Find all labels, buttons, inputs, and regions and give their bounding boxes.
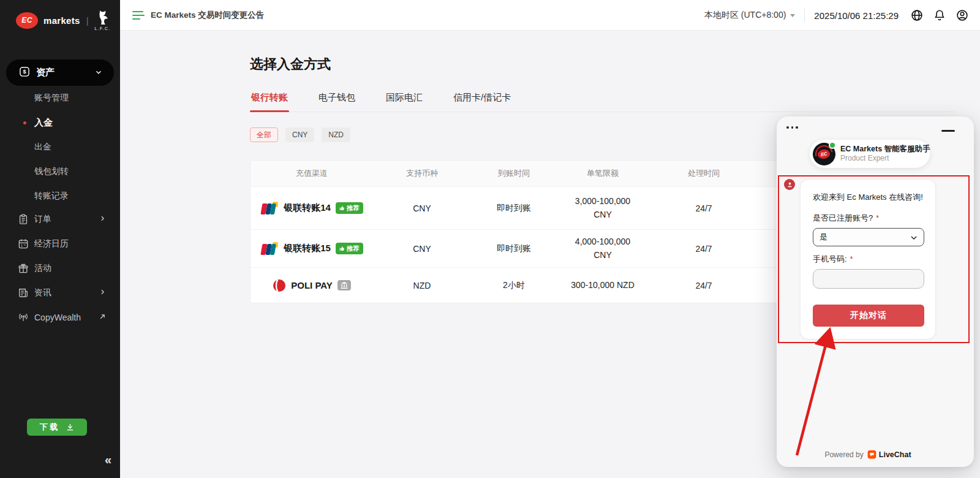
download-button[interactable]: 下载: [27, 419, 87, 436]
sidebar-submenu: 账号管理 入金 出金 钱包划转 转账记录: [0, 86, 120, 208]
chevron-right-icon: [99, 214, 107, 224]
recommended-badge: 推荐: [336, 243, 363, 254]
chat-minimize-button[interactable]: [941, 130, 955, 132]
thumb-up-icon: [339, 246, 345, 251]
sidebar-item-transfer-records[interactable]: 转账记录: [0, 184, 120, 208]
hours-value: 24/7: [649, 203, 759, 213]
powered-by-label: Powered by: [824, 450, 863, 459]
limit-value: 300-10,000 NZD: [567, 279, 638, 292]
gift-icon: [17, 262, 29, 276]
chevron-right-icon: [99, 288, 107, 298]
sidebar-group-assets[interactable]: $ 资产: [6, 59, 114, 86]
app: EC markets | L.F.C. $ 资产: [0, 0, 980, 478]
unionpay-logo: [260, 242, 279, 256]
sidebar-item-copywealth[interactable]: CopyWealth: [0, 305, 120, 330]
tab-e-wallet[interactable]: 电子钱包: [317, 87, 356, 112]
svg-text:$: $: [23, 69, 26, 75]
arrival-value: 即时到账: [471, 243, 557, 254]
filter-cny[interactable]: CNY: [285, 127, 314, 142]
filter-all[interactable]: 全部: [250, 127, 278, 142]
deposit-method-tabs: 银行转账 电子钱包 国际电汇 信用卡/借记卡: [250, 87, 954, 112]
caret-down-icon: [790, 14, 795, 17]
registered-question-label: 是否已注册账号?*: [813, 213, 923, 224]
header-limit: 单笔限额: [557, 168, 649, 179]
brand-logo: EC markets | L.F.C.: [0, 0, 120, 40]
hours-value: 24/7: [649, 281, 759, 290]
sidebar-item-economic-calendar[interactable]: 经济日历: [0, 232, 120, 256]
sidebar-item-deposit[interactable]: 入金: [0, 110, 120, 135]
agent-card: EC EC Markets 智能客服助手 Product Expert: [810, 140, 930, 168]
channel-name: 银联转账14: [284, 202, 331, 214]
announcement-text[interactable]: EC Markets 交易时间变更公告: [151, 10, 264, 21]
phone-input[interactable]: [813, 269, 924, 289]
download-icon: [66, 423, 75, 432]
bot-avatar-icon: [784, 179, 795, 190]
filter-nzd[interactable]: NZD: [322, 127, 350, 142]
unionpay-logo: [260, 202, 279, 215]
page-title: 选择入金方式: [250, 55, 954, 74]
currency-value: CNY: [373, 244, 471, 254]
sidebar: EC markets | L.F.C. $ 资产: [0, 0, 120, 478]
chat-footer: Powered by LiveChat: [777, 450, 959, 459]
agent-avatar: EC: [813, 143, 835, 165]
poli-logo: [273, 279, 286, 292]
arrival-value: 即时到账: [471, 203, 557, 214]
lfc-logo: L.F.C.: [95, 10, 111, 31]
active-dot: [23, 121, 26, 124]
brand-markets-label: markets: [43, 15, 80, 26]
broadcast-icon: [17, 311, 29, 325]
sidebar-item-withdraw[interactable]: 出金: [0, 135, 120, 159]
header-processing-time: 处理时间: [649, 168, 759, 179]
sidebar-item-account-management[interactable]: 账号管理: [0, 86, 120, 110]
news-icon: [17, 287, 29, 301]
chat-menu-button[interactable]: [786, 126, 798, 129]
currency-value: CNY: [373, 203, 471, 213]
phone-label: 手机号码:*: [813, 254, 923, 265]
sidebar-item-news[interactable]: 资讯: [0, 281, 120, 305]
currency-value: NZD: [373, 281, 471, 290]
header-channel: 充值渠道: [251, 168, 373, 179]
agent-role: Product Expert: [840, 154, 930, 163]
start-chat-button[interactable]: 开始对话: [813, 305, 924, 327]
sidebar-item-wallet-transfer[interactable]: 钱包划转: [0, 159, 120, 184]
tab-credit-debit-card[interactable]: 信用卡/借记卡: [452, 87, 512, 112]
required-asterisk: *: [876, 214, 879, 222]
sidebar-item-orders[interactable]: 订单: [0, 207, 120, 232]
header-currency: 支持币种: [373, 168, 471, 179]
bank-badge: [337, 280, 351, 290]
notifications-bell-icon[interactable]: [933, 9, 946, 22]
agent-name: EC Markets 智能客服助手: [840, 145, 930, 154]
thumb-up-icon: [339, 205, 345, 211]
assets-icon: $: [18, 66, 31, 80]
timezone-selector[interactable]: 本地时区 (UTC+8:00): [704, 10, 795, 21]
account-user-icon[interactable]: [956, 9, 969, 22]
topbar: EC Markets 交易时间变更公告 本地时区 (UTC+8:00) 2025…: [120, 0, 980, 31]
announcement-icon[interactable]: [132, 11, 145, 20]
livechat-widget: EC EC Markets 智能客服助手 Product Expert 欢迎来到…: [777, 116, 974, 467]
chevron-down-icon: [94, 68, 103, 79]
livechat-icon: [867, 450, 876, 459]
hours-value: 24/7: [649, 244, 759, 254]
liverbird-icon: [96, 10, 110, 26]
limit-value: 3,000-100,000 CNY: [567, 195, 638, 221]
datetime-display: 2025/10/06 21:25:29: [814, 10, 899, 21]
online-status-dot: [829, 142, 836, 149]
header-arrival-time: 到账时间: [471, 168, 557, 179]
livechat-link[interactable]: LiveChat: [867, 450, 911, 459]
prechat-form: 欢迎来到 Ec Markets 在线咨询! 是否已注册账号?* 是 手机号码:*…: [800, 179, 936, 340]
sidebar-collapse-button[interactable]: «: [105, 453, 110, 467]
registered-select[interactable]: 是: [813, 228, 924, 246]
calendar-icon: [17, 238, 29, 252]
welcome-message: 欢迎来到 Ec Markets 在线咨询!: [813, 192, 923, 203]
tab-international-wire[interactable]: 国际电汇: [385, 87, 424, 112]
logo-divider: |: [86, 15, 89, 26]
tab-bank-transfer[interactable]: 银行转账: [250, 87, 289, 112]
channel-name: 银联转账15: [284, 243, 331, 254]
ec-logo: EC: [16, 12, 38, 29]
channel-name: POLI PAY: [291, 280, 333, 290]
chevron-down-icon: [910, 233, 918, 242]
sidebar-group-label: 资产: [36, 67, 55, 78]
sidebar-item-promotions[interactable]: 活动: [0, 256, 120, 281]
language-globe-icon[interactable]: [910, 9, 924, 22]
recommended-badge: 推荐: [336, 202, 363, 214]
